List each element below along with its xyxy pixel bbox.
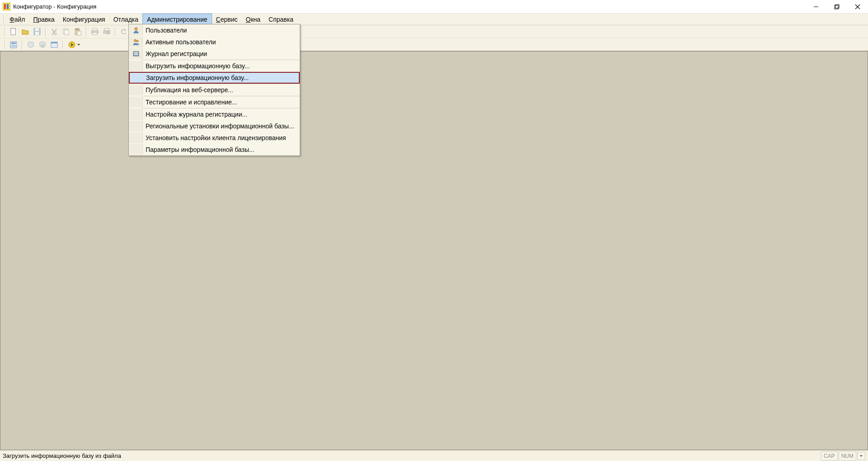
svg-point-13 [52, 33, 54, 35]
svg-rect-5 [835, 5, 839, 8]
status-num: NUM [839, 452, 856, 461]
close-button[interactable] [847, 0, 868, 14]
titlebar: Конфигуратор - Конфигурация [0, 0, 868, 14]
svg-rect-29 [11, 42, 16, 44]
svg-rect-42 [134, 52, 138, 53]
menu-test-repair[interactable]: Тестирование и исправление... [129, 96, 300, 108]
dd-label: Журнал регистрации [143, 50, 207, 57]
svg-marker-44 [860, 455, 863, 457]
syntax-check-button[interactable] [49, 39, 60, 50]
svg-rect-22 [93, 33, 97, 35]
svg-point-40 [137, 40, 138, 42]
undo-button[interactable] [118, 26, 129, 37]
config-tree-button[interactable] [8, 39, 19, 50]
svg-rect-4 [835, 5, 838, 9]
svg-rect-31 [11, 46, 16, 47]
svg-rect-43 [134, 54, 138, 55]
menu-edit[interactable]: Правка [29, 14, 58, 25]
dd-label: Параметры информационной базы... [143, 146, 255, 153]
menu-configuration[interactable]: Конфигурация [59, 14, 109, 25]
menu-infobase-params[interactable]: Параметры информационной базы... [129, 144, 300, 155]
menu-journal-settings[interactable]: Настройка журнала регистрации... [129, 108, 300, 120]
svg-point-38 [135, 28, 137, 30]
db-config-button[interactable] [25, 39, 36, 50]
svg-rect-35 [51, 42, 57, 43]
journal-icon [129, 48, 143, 59]
save-button[interactable] [32, 26, 42, 37]
svg-rect-18 [76, 28, 79, 30]
chevron-down-icon [77, 44, 80, 46]
dd-label: Активные пользователи [143, 38, 216, 46]
svg-point-39 [134, 40, 136, 42]
minimize-button[interactable] [806, 0, 826, 14]
svg-rect-1 [4, 4, 6, 9]
db-update-button[interactable] [37, 39, 48, 50]
svg-rect-30 [11, 45, 16, 46]
start-debug-button[interactable] [66, 39, 81, 50]
dd-label: Публикация на веб-сервере... [143, 86, 233, 94]
svg-rect-0 [3, 3, 10, 10]
dd-label: Пользователи [143, 27, 187, 34]
svg-marker-26 [124, 29, 126, 31]
statusbar-text: Загрузить информационную базу из файла [3, 452, 121, 459]
statusbar: Загрузить информационную базу из файла C… [0, 450, 868, 461]
svg-point-14 [55, 33, 57, 35]
menu-administration[interactable]: Администрирование [142, 14, 212, 25]
open-button[interactable] [20, 26, 31, 37]
status-menu-arrow[interactable] [857, 452, 865, 460]
user-icon [129, 25, 143, 36]
menu-windows[interactable]: Окна [242, 14, 265, 25]
cut-button[interactable] [49, 26, 60, 37]
svg-rect-23 [104, 28, 109, 31]
dd-label: Выгрузить информационную базу... [143, 62, 250, 70]
status-cap: CAP [821, 452, 838, 461]
svg-rect-20 [93, 28, 97, 31]
menu-load-infobase[interactable]: Загрузить информационную базу... [129, 72, 300, 84]
print-preview-button[interactable] [101, 26, 112, 37]
paste-button[interactable] [72, 26, 83, 37]
menu-dump-infobase[interactable]: Выгрузить информационную базу... [129, 60, 300, 72]
dd-label: Загрузить информационную базу... [143, 74, 249, 81]
admin-dropdown: Пользователи Активные пользователи Журна… [128, 24, 300, 156]
new-button[interactable] [8, 26, 19, 37]
maximize-button[interactable] [826, 0, 847, 14]
menu-licensing-settings[interactable]: Установить настройки клиента лицензирова… [129, 132, 300, 144]
svg-rect-11 [35, 28, 39, 31]
toolbar-grip [5, 27, 5, 36]
menubar-grip [4, 15, 5, 24]
svg-rect-19 [77, 31, 81, 35]
window-title: Конфигуратор - Конфигурация [13, 3, 96, 10]
dd-label: Установить настройки клиента лицензирова… [143, 134, 286, 141]
dd-label: Настройка журнала регистрации... [143, 111, 247, 118]
dd-label: Региональные установки информационной ба… [143, 122, 294, 130]
menu-active-users[interactable]: Активные пользователи [129, 36, 300, 48]
svg-rect-2 [7, 4, 9, 9]
menu-debug[interactable]: Отладка [109, 14, 142, 25]
menu-users[interactable]: Пользователи [129, 24, 300, 36]
menu-regional-settings[interactable]: Региональные установки информационной ба… [129, 120, 300, 132]
copy-button[interactable] [61, 26, 71, 37]
users-icon [129, 37, 143, 47]
menu-web-publish[interactable]: Публикация на веб-сервере... [129, 84, 300, 96]
menu-file[interactable]: Файл [5, 14, 29, 25]
app-icon [3, 3, 10, 10]
menu-service[interactable]: Сервис [212, 14, 242, 25]
menu-registration-journal[interactable]: Журнал регистрации [129, 48, 300, 60]
svg-rect-16 [65, 30, 69, 35]
menu-help[interactable]: Справка [264, 14, 297, 25]
svg-rect-12 [35, 32, 39, 35]
dd-label: Тестирование и исправление... [143, 99, 237, 106]
toolbar-grip [5, 40, 5, 49]
print-button[interactable] [90, 26, 100, 37]
